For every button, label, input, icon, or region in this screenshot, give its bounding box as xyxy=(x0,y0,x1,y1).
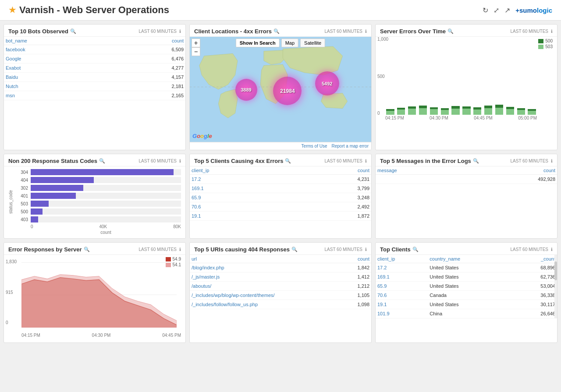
top-bots-scroll[interactable]: bot_name count facebook6,509Google6,476E… xyxy=(4,37,185,100)
sumo-logic-logo: +sumologic xyxy=(515,7,552,14)
col-url: url xyxy=(190,255,344,263)
ip-cell: 19.1 xyxy=(190,212,295,221)
dashboard: Top 10 Bots Observed 🔍 LAST 60 MINUTES ℹ… xyxy=(0,21,561,346)
star-icon[interactable]: ★ xyxy=(9,5,16,15)
top5-errors-search-icon[interactable]: 🔍 xyxy=(473,158,479,164)
col-tc-country: country_name xyxy=(428,255,512,263)
top-bots-search-icon[interactable]: 🔍 xyxy=(70,28,76,34)
client-loc-info-icon[interactable]: ℹ xyxy=(365,29,367,34)
message-cell xyxy=(376,175,471,184)
table-row: /_includes/follow/follow_us.php1,098 xyxy=(190,300,371,309)
tc-country-cell: United States xyxy=(428,263,512,272)
terms-of-use-link[interactable]: Terms of Use xyxy=(302,144,327,148)
top5-404-info-icon[interactable]: ℹ xyxy=(365,247,367,252)
bar-label-304: 304 xyxy=(15,170,28,175)
bar-fill-401 xyxy=(31,193,76,199)
satellite-view-button[interactable]: Satellite xyxy=(300,39,325,47)
bar-segment-503 xyxy=(462,109,470,115)
top-clients-scroll[interactable]: client_ip country_name _count 17.2United… xyxy=(376,255,557,318)
export-icon[interactable]: ↗ xyxy=(504,6,510,14)
map-container[interactable]: + − Show In Search Map Satellite 3889 21… xyxy=(190,37,371,142)
client-locations-panel: Client Locations - 4xx Errors 🔍 LAST 60 … xyxy=(189,24,372,150)
bot-name-cell: Nutch xyxy=(4,82,116,91)
map-footer: Terms of Use Report a map error xyxy=(190,142,371,150)
tc-ip-cell: 70.6 xyxy=(376,291,428,300)
tc-country-cell: China xyxy=(428,309,512,318)
v-bar-group xyxy=(440,108,450,115)
404-count-cell: 1,212 xyxy=(344,282,371,291)
error-responses-info-icon[interactable]: ℹ xyxy=(179,247,181,252)
bar-track-404 xyxy=(31,177,181,183)
bar-segment-503 xyxy=(506,109,514,115)
v-bar-group xyxy=(451,106,461,115)
top5-404-panel: Top 5 URIs causing 404 Responses 🔍 LAST … xyxy=(189,242,372,343)
top-bots-header: Top 10 Bots Observed 🔍 LAST 60 MINUTES ℹ xyxy=(4,25,185,37)
error-responses-header: Error Responses by Server 🔍 LAST 60 MINU… xyxy=(4,243,185,255)
client-locations-header: Client Locations - 4xx Errors 🔍 LAST 60 … xyxy=(190,25,371,37)
top5-errors-info-icon[interactable]: ℹ xyxy=(551,159,553,163)
legend-541-label: 54.1 xyxy=(173,262,181,267)
scrollbar-indicator[interactable] xyxy=(554,255,557,318)
legend-549-label: 54.9 xyxy=(173,257,181,261)
error-responses-title: Error Responses by Server 🔍 xyxy=(8,246,90,253)
client-loc-search-icon[interactable]: 🔍 xyxy=(273,28,280,34)
top-clients-info-icon[interactable]: ℹ xyxy=(551,247,553,252)
zoom-in-button[interactable]: + xyxy=(192,39,200,47)
error-responses-body: 54.9 54.1 1,830 915 0 xyxy=(4,255,185,343)
table-row: 101.9China26,646 xyxy=(376,309,557,318)
bot-name-cell: Baidu xyxy=(4,73,116,82)
tc-count-cell: 36,338 xyxy=(512,291,557,300)
bar-fill-302 xyxy=(31,185,83,191)
top5-404-body: url count /blog/index.php1,842/_js/maste… xyxy=(190,255,371,309)
bar-segment-503 xyxy=(495,108,503,115)
bar-segment-503 xyxy=(408,109,416,115)
top-bots-panel: Top 10 Bots Observed 🔍 LAST 60 MINUTES ℹ… xyxy=(4,24,186,150)
expand-icon[interactable]: ⤢ xyxy=(494,6,499,14)
top-clients-search-icon[interactable]: 🔍 xyxy=(412,247,419,252)
v-bar-group xyxy=(527,109,537,115)
server-errors-search-icon[interactable]: 🔍 xyxy=(447,28,454,34)
non200-meta: LAST 60 MINUTES ℹ xyxy=(138,159,181,163)
tc-ip-cell: 17.2 xyxy=(376,263,428,272)
bar-fill-500 xyxy=(31,208,43,215)
top5-404-table: url count /blog/index.php1,842/_js/maste… xyxy=(190,255,371,309)
bar-label-302: 302 xyxy=(15,186,28,191)
bar-track-503 xyxy=(31,201,181,207)
map-view-button[interactable]: Map xyxy=(281,39,298,47)
bot-name-cell: facebook xyxy=(4,45,116,54)
top-bots-info-icon[interactable]: ℹ xyxy=(179,29,181,34)
top5-4xx-search-icon[interactable]: 🔍 xyxy=(285,158,291,164)
non200-body: status_code 304 404 xyxy=(4,166,185,238)
error-responses-search-icon[interactable]: 🔍 xyxy=(84,247,90,252)
table-row: Exabot4,277 xyxy=(4,64,185,73)
map-bubble-3[interactable]: 5492 xyxy=(315,71,339,95)
scrollbar-thumb[interactable] xyxy=(554,261,557,281)
bar-label-500: 500 xyxy=(15,209,28,214)
report-map-error-link[interactable]: Report a map error xyxy=(332,144,369,148)
bar-segment-503 xyxy=(517,110,525,115)
v-bar-group xyxy=(516,108,526,115)
refresh-icon[interactable]: ↻ xyxy=(483,6,488,14)
bar-label-403: 403 xyxy=(15,217,28,222)
table-row: 70.6Canada36,338 xyxy=(376,291,557,300)
map-bubble-1[interactable]: 3889 xyxy=(235,79,257,101)
non200-y-title: status_code xyxy=(8,190,13,214)
server-errors-info-icon[interactable]: ℹ xyxy=(551,29,553,34)
zoom-out-button[interactable]: − xyxy=(192,47,200,56)
bar-row-503: 503 xyxy=(15,201,181,207)
top5-4xx-panel: Top 5 Clients Causing 4xx Errors 🔍 LAST … xyxy=(189,154,372,239)
tc-ip-cell: 19.1 xyxy=(376,300,428,309)
v-bar-group xyxy=(396,108,406,115)
top5-404-search-icon[interactable]: 🔍 xyxy=(291,247,298,252)
top5-errors-title: Top 5 Messages in the Error Logs 🔍 xyxy=(380,158,479,164)
non200-info-icon[interactable]: ℹ xyxy=(179,159,181,163)
bar-label-401: 401 xyxy=(15,194,28,198)
bar-row-500: 500 xyxy=(15,208,181,215)
top-clients-header: Top Clients 🔍 LAST 60 MINUTES ℹ xyxy=(376,243,557,255)
table-row: 169.13,799 xyxy=(190,184,371,193)
error-responses-panel: Error Responses by Server 🔍 LAST 60 MINU… xyxy=(4,242,186,343)
non200-search-icon[interactable]: 🔍 xyxy=(99,158,105,164)
show-in-search-button[interactable]: Show In Search xyxy=(236,39,280,47)
top5-4xx-info-icon[interactable]: ℹ xyxy=(365,159,367,163)
bar-segment-503 xyxy=(451,109,459,115)
